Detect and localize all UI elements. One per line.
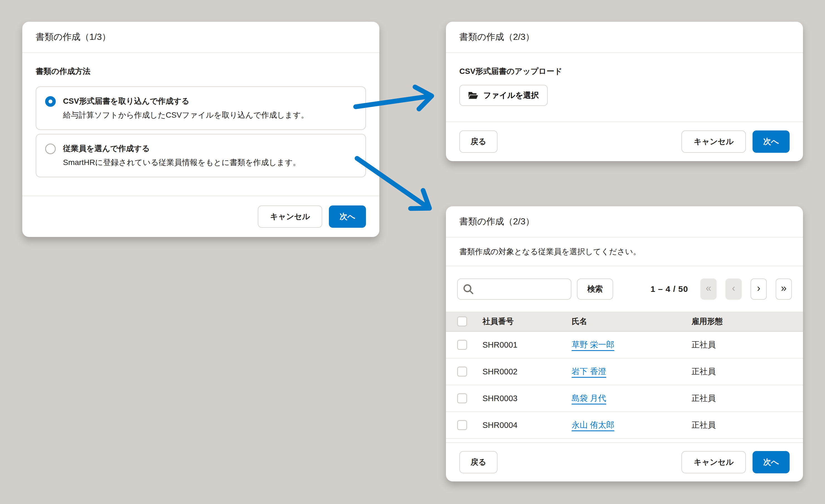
dialog-employee-select-step2: 書類の作成（2/3） 書類作成の対象となる従業員を選択してください。 検索 1 … — [446, 206, 803, 482]
select-file-button[interactable]: ファイルを選択 — [459, 85, 548, 106]
creation-method-options: CSV形式届書を取り込んで作成する 給与計算ソフトから作成したCSVファイルを取… — [36, 86, 366, 177]
column-header-name: 氏名 — [572, 316, 691, 327]
table-row: SHR0001 草野 栄一郎 正社員 — [446, 332, 803, 358]
first-page-button[interactable]: « — [700, 279, 717, 300]
employment-type: 正社員 — [691, 420, 803, 431]
row-checkbox[interactable] — [457, 420, 467, 430]
table-row: SHR0004 永山 侑太郎 正社員 — [446, 412, 803, 439]
dialog-create-step1: 書類の作成（1/3） 書類の作成方法 CSV形式届書を取り込んで作成する 給与計… — [22, 22, 379, 237]
option-text: 従業員を選んで作成する SmartHRに登録されている従業員情報をもとに書類を作… — [63, 143, 300, 168]
row-checkbox[interactable] — [457, 367, 467, 377]
employee-name-link[interactable]: 岩下 香澄 — [572, 366, 691, 377]
column-header-employment-type: 雇用形態 — [691, 316, 803, 327]
search-button[interactable]: 検索 — [577, 279, 613, 300]
search-input[interactable] — [457, 279, 571, 300]
employee-search-toolbar: 検索 1 – 4 / 50 « ‹ › » — [446, 266, 803, 312]
table-row: SHR0002 岩下 香澄 正社員 — [446, 358, 803, 385]
option-text: CSV形式届書を取り込んで作成する 給与計算ソフトから作成したCSVファイルを取… — [63, 95, 309, 121]
employee-name-link[interactable]: 草野 栄一郎 — [572, 339, 691, 350]
double-chevron-left-icon: « — [706, 283, 711, 293]
row-checkbox[interactable] — [457, 393, 467, 403]
pagination-controls: « ‹ › » — [700, 279, 792, 300]
row-checkbox[interactable] — [457, 340, 467, 350]
radio-option-csv-import[interactable]: CSV形式届書を取り込んで作成する 給与計算ソフトから作成したCSVファイルを取… — [36, 86, 366, 130]
dialog-csv-upload-step2: 書類の作成（2/3） CSV形式届書のアップロード ファイルを選択 戻る キャン… — [446, 22, 803, 161]
dialog-body-csv-upload: CSV形式届書のアップロード ファイルを選択 — [446, 53, 803, 122]
arrow-head-top — [415, 87, 432, 109]
cancel-button[interactable]: キャンセル — [681, 131, 746, 153]
search-box — [457, 279, 571, 300]
radio-icon[interactable] — [45, 96, 56, 107]
back-button[interactable]: 戻る — [459, 451, 498, 473]
dialog-title-employee-select: 書類の作成（2/3） — [446, 206, 803, 237]
employee-name-link[interactable]: 島袋 月代 — [572, 393, 691, 404]
dialog-footer-employee-select: 戻る キャンセル 次へ — [446, 442, 803, 482]
next-button[interactable]: 次へ — [329, 205, 366, 228]
select-file-label: ファイルを選択 — [483, 90, 539, 101]
employment-type: 正社員 — [691, 393, 803, 404]
chevron-left-icon: ‹ — [732, 283, 735, 293]
chevron-right-icon: › — [757, 283, 760, 293]
next-button[interactable]: 次へ — [753, 451, 790, 473]
employee-select-instruction: 書類作成の対象となる従業員を選択してください。 — [446, 237, 803, 266]
dialog-footer-csv-upload: 戻る キャンセル 次へ — [446, 122, 803, 161]
option-label: CSV形式届書を取り込んで作成する — [63, 95, 309, 107]
table-row: SHR0003 島袋 月代 正社員 — [446, 385, 803, 412]
prev-page-button[interactable]: ‹ — [726, 279, 742, 300]
csv-upload-label: CSV形式届書のアップロード — [459, 66, 790, 77]
folder-open-icon — [468, 91, 478, 99]
next-page-button[interactable]: › — [751, 279, 767, 300]
cancel-button[interactable]: キャンセル — [681, 451, 746, 473]
option-description: SmartHRに登録されている従業員情報をもとに書類を作成します。 — [63, 157, 300, 168]
back-button[interactable]: 戻る — [459, 131, 498, 153]
radio-option-select-employees[interactable]: 従業員を選んで作成する SmartHRに登録されている従業員情報をもとに書類を作… — [36, 134, 366, 177]
employment-type: 正社員 — [691, 339, 803, 350]
option-label: 従業員を選んで作成する — [63, 143, 300, 154]
double-chevron-right-icon: » — [781, 283, 786, 293]
select-all-checkbox[interactable] — [457, 316, 467, 327]
dialog-footer-step1: キャンセル 次へ — [22, 196, 379, 237]
dialog-body-step1: 書類の作成方法 CSV形式届書を取り込んで作成する 給与計算ソフトから作成したC… — [22, 53, 379, 196]
creation-method-label: 書類の作成方法 — [36, 66, 366, 77]
employee-id: SHR0002 — [482, 367, 572, 376]
cancel-button[interactable]: キャンセル — [258, 205, 322, 228]
arrow-head-bottom — [410, 191, 430, 209]
employee-id: SHR0001 — [482, 340, 572, 350]
employee-name-link[interactable]: 永山 侑太郎 — [572, 420, 691, 431]
next-button[interactable]: 次へ — [753, 131, 790, 153]
employee-id: SHR0003 — [482, 394, 572, 403]
option-description: 給与計算ソフトから作成したCSVファイルを取り込んで作成します。 — [63, 109, 309, 121]
pagination-count: 1 – 4 / 50 — [651, 284, 688, 294]
dialog-title-step1: 書類の作成（1/3） — [22, 22, 379, 53]
employee-id: SHR0004 — [482, 421, 572, 430]
employment-type: 正社員 — [691, 366, 803, 377]
radio-icon[interactable] — [45, 144, 56, 154]
column-header-employee-id: 社員番号 — [482, 316, 572, 327]
employee-table-header: 社員番号 氏名 雇用形態 — [446, 312, 803, 332]
dialog-title-csv-upload: 書類の作成（2/3） — [446, 22, 803, 53]
last-page-button[interactable]: » — [776, 279, 792, 300]
